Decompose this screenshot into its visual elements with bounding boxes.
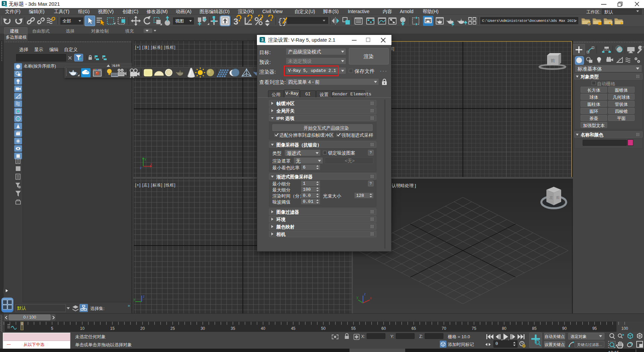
svg-text:75: 75 bbox=[472, 326, 477, 331]
svg-text:y: y bbox=[145, 157, 146, 161]
svg-text:15: 15 bbox=[110, 326, 115, 331]
svg-text:x: x bbox=[370, 296, 372, 300]
svg-text:50: 50 bbox=[321, 326, 326, 331]
svg-text:前: 前 bbox=[556, 195, 560, 200]
svg-text:前: 前 bbox=[551, 58, 555, 63]
svg-text:70: 70 bbox=[442, 326, 446, 331]
svg-text:左: 左 bbox=[549, 195, 553, 200]
svg-text:60: 60 bbox=[381, 326, 386, 331]
svg-text:3: 3 bbox=[3, 1, 5, 6]
svg-text:10: 10 bbox=[80, 326, 85, 331]
svg-text:85: 85 bbox=[532, 326, 537, 331]
svg-text:45: 45 bbox=[291, 326, 296, 331]
svg-text:z: z bbox=[143, 295, 145, 298]
svg-text:3: 3 bbox=[261, 37, 263, 42]
svg-text:35: 35 bbox=[231, 326, 235, 331]
svg-text:90: 90 bbox=[562, 326, 567, 331]
svg-text:100: 100 bbox=[621, 326, 628, 331]
svg-text:30: 30 bbox=[201, 326, 205, 331]
svg-text:x: x bbox=[150, 162, 152, 166]
svg-text:y: y bbox=[133, 298, 135, 301]
svg-text:25: 25 bbox=[170, 326, 175, 331]
svg-text:z: z bbox=[140, 166, 142, 170]
svg-text:95: 95 bbox=[592, 326, 597, 331]
svg-text:y: y bbox=[357, 296, 358, 299]
svg-text:40: 40 bbox=[261, 326, 266, 331]
svg-text:5: 5 bbox=[51, 326, 53, 331]
svg-text:65: 65 bbox=[412, 326, 416, 331]
svg-text:z: z bbox=[364, 292, 366, 296]
svg-text:20: 20 bbox=[140, 326, 145, 331]
svg-text:55: 55 bbox=[351, 326, 356, 331]
svg-text:80: 80 bbox=[502, 326, 506, 331]
